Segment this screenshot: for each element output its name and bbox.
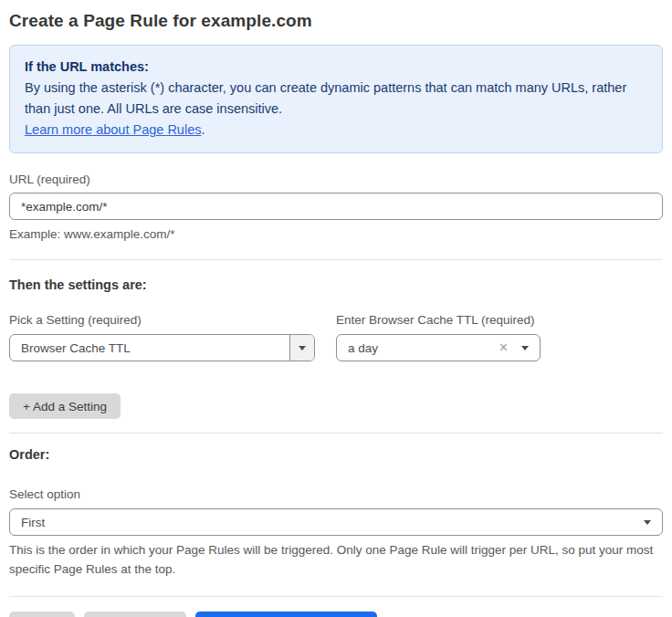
- order-select-label: Select option: [9, 487, 663, 501]
- footer-actions: Cancel Save as Draft Save and Deploy Pag…: [9, 612, 663, 617]
- save-and-deploy-button[interactable]: Save and Deploy Page Rule: [195, 612, 378, 617]
- info-box-body: By using the asterisk (*) character, you…: [25, 78, 636, 120]
- ttl-label: Enter Browser Cache TTL (required): [336, 313, 541, 327]
- pick-setting-select[interactable]: Browser Cache TTL: [9, 334, 315, 361]
- select-arrow-section[interactable]: [289, 335, 314, 361]
- chevron-down-icon: [299, 346, 306, 350]
- learn-more-link[interactable]: Learn more about Page Rules: [25, 122, 201, 137]
- divider: [9, 433, 663, 434]
- page-title: Create a Page Rule for example.com: [9, 11, 663, 31]
- settings-row: Pick a Setting (required) Browser Cache …: [9, 313, 663, 361]
- chevron-down-icon: [644, 520, 651, 525]
- pick-setting-label: Pick a Setting (required): [9, 313, 315, 327]
- ttl-selected-value: a day: [337, 341, 499, 355]
- settings-section-heading: Then the settings are:: [9, 277, 663, 292]
- info-box-link-line: Learn more about Page Rules.: [25, 120, 647, 141]
- pick-setting-column: Pick a Setting (required) Browser Cache …: [9, 313, 315, 361]
- order-select[interactable]: First: [9, 508, 663, 536]
- divider: [9, 259, 663, 260]
- url-input[interactable]: [9, 193, 663, 220]
- order-section-heading: Order:: [9, 447, 663, 462]
- url-field-label: URL (required): [9, 173, 663, 186]
- link-period: .: [201, 122, 205, 137]
- order-selected-value: First: [10, 516, 644, 529]
- info-box-heading: If the URL matches:: [25, 57, 647, 78]
- chevron-down-icon: [521, 346, 529, 350]
- url-match-info-box: If the URL matches: By using the asteris…: [9, 45, 663, 153]
- ttl-column: Enter Browser Cache TTL (required) a day…: [336, 313, 541, 361]
- cancel-button[interactable]: Cancel: [9, 612, 75, 617]
- add-setting-button[interactable]: + Add a Setting: [9, 393, 121, 419]
- order-helper-text: This is the order in which your Page Rul…: [9, 540, 663, 579]
- divider: [9, 596, 663, 597]
- create-page-rule-form: Create a Page Rule for example.com If th…: [0, 0, 672, 617]
- pick-setting-selected-value: Browser Cache TTL: [10, 341, 289, 355]
- clear-icon[interactable]: ×: [499, 340, 508, 355]
- url-example-helper: Example: www.example.com/*: [9, 227, 663, 241]
- save-as-draft-button[interactable]: Save as Draft: [84, 612, 186, 617]
- ttl-select[interactable]: a day ×: [336, 334, 541, 361]
